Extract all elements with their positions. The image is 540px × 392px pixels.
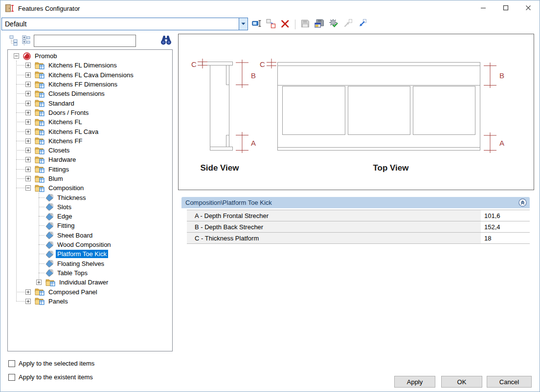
tree-item-doors-fronts[interactable]: Doors / Fronts xyxy=(8,108,172,117)
tree-item-label: Table Tops xyxy=(56,269,89,277)
minimize-icon xyxy=(480,4,486,13)
expand-plus-icon[interactable] xyxy=(25,289,31,295)
tree-item-hardware[interactable]: Hardware xyxy=(8,155,172,164)
expand-plus-icon[interactable] xyxy=(25,91,31,96)
search-input[interactable] xyxy=(34,35,136,47)
tree-item-label: Floating Shelves xyxy=(56,260,106,268)
close-button[interactable] xyxy=(517,0,540,16)
expand-plus-icon[interactable] xyxy=(25,176,31,181)
chevron-double-up-icon[interactable] xyxy=(518,198,527,207)
tree-item-slots[interactable]: Slots xyxy=(8,202,172,212)
expand-plus-icon[interactable] xyxy=(25,157,31,162)
toolbar-separator xyxy=(295,20,295,29)
collapse-minus-icon[interactable] xyxy=(25,185,31,191)
expand-plus-icon[interactable] xyxy=(25,138,31,144)
tree-item-kitchens-ff[interactable]: Kitchens FF xyxy=(8,136,172,146)
minimize-button[interactable] xyxy=(472,0,495,16)
folder-icon xyxy=(35,128,45,135)
configuration-combobox[interactable]: Default xyxy=(1,18,248,30)
tree-item-kitchens-fl[interactable]: Kitchens FL xyxy=(8,117,172,127)
collapse-minus-icon[interactable] xyxy=(14,53,19,59)
expand-all-icon[interactable] xyxy=(22,35,30,46)
tree-connector xyxy=(16,131,25,132)
expand-plus-icon[interactable] xyxy=(25,110,31,115)
apply-to-selected-checkbox[interactable]: Apply to the selected items xyxy=(8,360,94,367)
footer-checkboxes: Apply to the selected itemsApply to the … xyxy=(8,360,94,381)
tree-item-composed-panel[interactable]: Composed Panel xyxy=(8,287,172,296)
apply-to-existent-checkbox[interactable]: Apply to the existent items xyxy=(8,373,94,381)
property-row-c-thickness-platform: C - Thickness Platform18 xyxy=(187,233,530,244)
copy-configuration-button[interactable] xyxy=(266,19,276,30)
tree-item-fitting[interactable]: Fitting xyxy=(8,221,172,230)
expand-plus-icon[interactable] xyxy=(25,129,31,134)
tree-item-closets-dimensions[interactable]: Closets Dimensions xyxy=(8,89,172,98)
import-button[interactable] xyxy=(357,19,367,30)
property-value[interactable]: 18 xyxy=(481,233,530,243)
apply-configuration-button[interactable] xyxy=(328,19,339,30)
configuration-toolbar xyxy=(251,19,367,30)
tree-connector xyxy=(39,273,45,273)
tree-item-fittings[interactable]: Fittings xyxy=(8,165,172,174)
expand-plus-icon[interactable] xyxy=(25,72,31,78)
tree-item-floating-shelves[interactable]: Floating Shelves xyxy=(8,259,172,268)
tree-item-table-tops[interactable]: Table Tops xyxy=(8,268,172,278)
dim-label-a: A xyxy=(499,139,504,147)
expand-plus-icon[interactable] xyxy=(25,119,31,125)
window-title: Features Configurator xyxy=(18,5,80,12)
tree-connector xyxy=(16,141,25,141)
expand-plus-icon[interactable] xyxy=(36,280,42,285)
tree-item-edge[interactable]: Edge xyxy=(8,212,172,221)
tree-item-kitchens-fl-dimensions[interactable]: Kitchens FL Dimensions xyxy=(8,61,172,70)
checkbox-icon[interactable] xyxy=(8,374,15,381)
dialog-buttons: ApplyOKCancel xyxy=(394,376,532,388)
tree-item-label: Individual Drawer xyxy=(58,278,110,286)
folder-icon xyxy=(35,184,45,192)
collapse-all-icon[interactable] xyxy=(9,35,20,46)
cancel-button[interactable]: Cancel xyxy=(487,376,532,388)
tree-item-kitchens-fl-cava-dimensions[interactable]: Kitchens FL Cava Dimensions xyxy=(8,70,172,80)
tree-item-wood-composition[interactable]: Wood Composition xyxy=(8,240,172,249)
property-row-b-depth-back-strecher: B - Depth Back Strecher152,4 xyxy=(187,221,530,233)
tree-item-kitchens-ff-dimensions[interactable]: Kitchens FF Dimensions xyxy=(8,80,172,89)
tree-item-label: Fitting xyxy=(56,221,76,230)
tree-item-thickness[interactable]: Thickness xyxy=(8,193,172,202)
expand-plus-icon[interactable] xyxy=(25,299,31,304)
tree-item-promob[interactable]: Promob xyxy=(8,51,172,61)
expand-plus-icon[interactable] xyxy=(25,148,31,153)
expand-plus-icon[interactable] xyxy=(25,63,31,68)
tree-item-sheet-board[interactable]: Sheet Board xyxy=(8,231,172,240)
tree-item-label: Wood Composition xyxy=(56,240,112,249)
tree-item-panels[interactable]: Panels xyxy=(8,297,172,306)
tree-item-platform-toe-kick[interactable]: Platform Toe Kick xyxy=(8,249,172,259)
tree-connector xyxy=(16,159,25,160)
tag-icon xyxy=(45,269,53,277)
tree-connector xyxy=(39,263,45,264)
expand-plus-icon[interactable] xyxy=(25,167,31,172)
tree-item-individual-drawer[interactable]: Individual Drawer xyxy=(8,278,172,287)
delete-configuration-button[interactable] xyxy=(280,19,291,30)
tree-item-label: Closets xyxy=(47,146,71,154)
expand-plus-icon[interactable] xyxy=(25,101,31,106)
apply-button[interactable]: Apply xyxy=(394,376,435,388)
chevron-down-icon[interactable] xyxy=(239,18,248,30)
tree-connector xyxy=(39,244,45,245)
tree-connector xyxy=(16,65,25,65)
tree-item-blum[interactable]: Blum xyxy=(8,174,172,183)
rename-configuration-button[interactable] xyxy=(251,19,262,30)
maximize-button[interactable] xyxy=(495,0,517,16)
panel-dimension-icon xyxy=(5,4,14,12)
checkbox-icon[interactable] xyxy=(8,360,15,367)
property-value[interactable]: 152,4 xyxy=(481,221,530,232)
tree-item-standard[interactable]: Standard xyxy=(8,98,172,108)
ok-button[interactable]: OK xyxy=(441,376,482,388)
tree-item-label: Kitchens FL Cava Dimensions xyxy=(47,71,135,79)
property-value[interactable]: 101,6 xyxy=(481,210,530,221)
folder-icon xyxy=(35,165,45,173)
binoculars-icon[interactable] xyxy=(160,35,172,45)
tree-item-closets[interactable]: Closets xyxy=(8,146,172,155)
expand-plus-icon[interactable] xyxy=(25,82,31,87)
tree-item-kitchens-fl-cava[interactable]: Kitchens FL Cava xyxy=(8,127,172,136)
tree-item-composition[interactable]: Composition xyxy=(8,183,172,193)
features-configurator-window: Features Configurator Default PromobKitc… xyxy=(0,0,540,392)
save-configuration-button[interactable] xyxy=(314,19,325,30)
